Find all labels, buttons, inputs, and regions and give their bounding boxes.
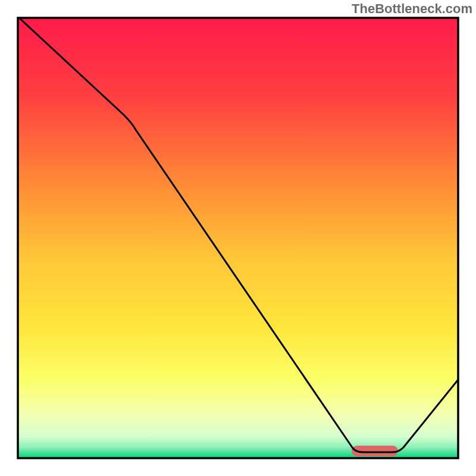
- chart-svg: [0, 0, 476, 476]
- watermark-label: TheBottleneck.com: [352, 1, 472, 17]
- chart-container: TheBottleneck.com: [0, 0, 476, 476]
- plot-background: [18, 18, 458, 458]
